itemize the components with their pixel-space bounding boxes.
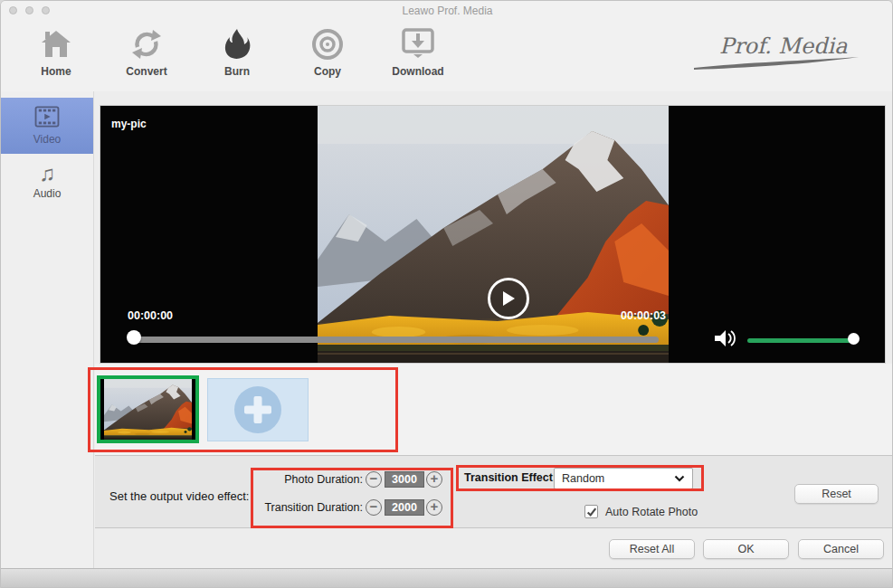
nav-copy[interactable]: Copy bbox=[290, 26, 366, 82]
sidebar: Video ♫ Audio bbox=[1, 91, 94, 568]
download-icon bbox=[380, 26, 456, 62]
transition-duration-value[interactable]: 2000 bbox=[385, 499, 424, 516]
video-preview-player: my-pic 00:00:00 00:00:03 bbox=[100, 106, 885, 363]
nav-home[interactable]: Home bbox=[18, 26, 94, 82]
nav-download-label: Download bbox=[380, 65, 456, 78]
chevron-down-icon bbox=[674, 472, 685, 485]
nav-convert-label: Convert bbox=[109, 65, 185, 78]
disc-icon bbox=[290, 26, 366, 62]
play-icon bbox=[500, 289, 517, 308]
photo-duration-increase-button[interactable]: + bbox=[426, 471, 442, 488]
nav-convert[interactable]: Convert bbox=[109, 26, 185, 82]
plus-icon bbox=[233, 385, 282, 434]
transition-effect-value: Random bbox=[562, 472, 674, 485]
clip-name-label: my-pic bbox=[111, 118, 147, 130]
app-window: Leawo Prof. Media Home Convert bbox=[0, 0, 893, 588]
nav-copy-label: Copy bbox=[290, 65, 366, 78]
sidebar-item-audio[interactable]: ♫ Audio bbox=[1, 154, 93, 210]
auto-rotate-checkbox[interactable] bbox=[584, 505, 598, 518]
reset-all-button[interactable]: Reset All bbox=[609, 539, 695, 559]
transition-duration-increase-button[interactable]: + bbox=[426, 499, 442, 516]
photo-thumbnail-image bbox=[104, 379, 192, 440]
convert-icon bbox=[109, 26, 185, 62]
add-photo-button[interactable] bbox=[207, 378, 309, 441]
sidebar-item-video[interactable]: Video bbox=[1, 98, 93, 154]
nav-download[interactable]: Download bbox=[380, 26, 456, 82]
play-button[interactable] bbox=[488, 278, 529, 319]
photo-duration-label: Photo Duration: bbox=[258, 473, 363, 486]
prof-media-logo: Prof. Media bbox=[690, 23, 862, 79]
sidebar-audio-label: Audio bbox=[1, 187, 93, 200]
nav-burn[interactable]: Burn bbox=[199, 26, 275, 82]
nav-burn-label: Burn bbox=[199, 65, 275, 78]
ok-button[interactable]: OK bbox=[703, 539, 789, 559]
seek-bar[interactable] bbox=[134, 337, 659, 343]
home-icon bbox=[18, 26, 94, 62]
burn-flame-icon bbox=[199, 26, 275, 62]
logo-text: Prof. Media bbox=[719, 33, 848, 59]
volume-slider[interactable] bbox=[747, 338, 856, 343]
sidebar-video-label: Video bbox=[1, 133, 93, 146]
seek-knob[interactable] bbox=[127, 330, 141, 345]
transition-effect-dropdown[interactable]: Random bbox=[554, 468, 693, 489]
transition-effect-label: Transition Effect: bbox=[464, 471, 556, 484]
header: Leawo Prof. Media Home Convert bbox=[1, 1, 893, 91]
auto-rotate-label: Auto Rotate Photo bbox=[605, 506, 698, 518]
nav-home-label: Home bbox=[18, 65, 94, 78]
music-note-icon: ♫ bbox=[39, 161, 55, 185]
window-title: Leawo Prof. Media bbox=[1, 5, 893, 17]
transition-duration-label: Transition Duration: bbox=[258, 501, 363, 514]
current-time: 00:00:00 bbox=[128, 309, 173, 322]
checkmark-icon bbox=[586, 507, 597, 517]
photo-duration-decrease-button[interactable]: − bbox=[366, 471, 382, 488]
photo-duration-value[interactable]: 3000 bbox=[385, 471, 424, 488]
settings-section-label: Set the output video effect: bbox=[109, 489, 249, 503]
total-time: 00:00:03 bbox=[621, 309, 666, 322]
photo-thumbnail-selected[interactable] bbox=[97, 375, 199, 443]
cancel-button[interactable]: Cancel bbox=[798, 539, 884, 559]
filmstrip-icon bbox=[34, 115, 60, 130]
reset-button[interactable]: Reset bbox=[794, 484, 879, 504]
speaker-icon[interactable] bbox=[714, 329, 737, 347]
transition-duration-decrease-button[interactable]: − bbox=[366, 499, 382, 516]
preview-photo bbox=[318, 106, 669, 363]
status-bar bbox=[1, 568, 893, 588]
volume-knob[interactable] bbox=[848, 333, 860, 345]
